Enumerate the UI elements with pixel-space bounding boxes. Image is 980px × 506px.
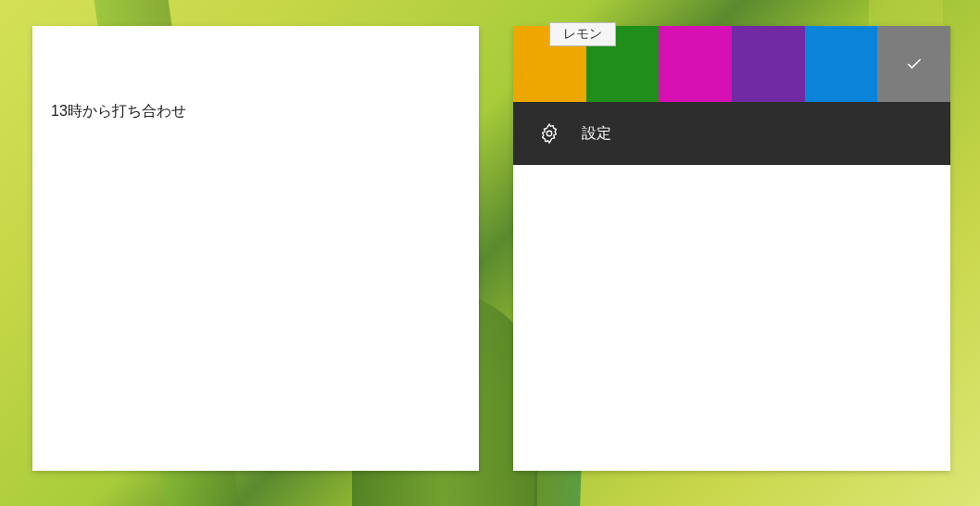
color-swatch-gray[interactable]	[877, 26, 950, 102]
color-swatch-purple[interactable]	[732, 26, 805, 102]
settings-label: 設定	[582, 124, 611, 144]
settings-menu-item[interactable]: 設定	[513, 102, 950, 165]
color-tooltip: レモン	[549, 22, 616, 46]
sticky-note-left[interactable]: 13時から打ち合わせ	[32, 26, 479, 471]
svg-point-0	[547, 131, 552, 136]
sticky-note-right: 設定	[513, 26, 950, 471]
checkmark-icon	[905, 55, 923, 73]
color-swatch-blue[interactable]	[805, 26, 878, 102]
gear-icon	[539, 123, 559, 144]
note-text[interactable]: 13時から打ち合わせ	[32, 26, 479, 140]
color-swatch-magenta[interactable]	[659, 26, 732, 102]
